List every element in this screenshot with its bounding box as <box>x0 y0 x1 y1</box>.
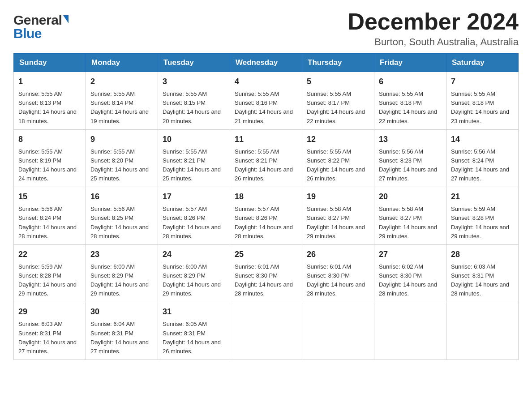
calendar-day-cell: 25Sunrise: 6:01 AMSunset: 8:30 PMDayligh… <box>230 244 302 302</box>
day-number: 3 <box>163 76 225 88</box>
calendar-table: SundayMondayTuesdayWednesdayThursdayFrid… <box>13 53 519 360</box>
calendar-day-cell: 7Sunrise: 5:55 AMSunset: 8:18 PMDaylight… <box>446 72 519 130</box>
page-header: General Blue December 2024 Burton, South… <box>13 9 519 48</box>
calendar-day-cell <box>374 302 446 360</box>
day-number: 28 <box>451 248 514 261</box>
calendar-day-cell: 2Sunrise: 5:55 AMSunset: 8:14 PMDaylight… <box>86 72 158 130</box>
calendar-day-cell: 19Sunrise: 5:58 AMSunset: 8:27 PMDayligh… <box>302 187 374 245</box>
day-number: 21 <box>451 191 514 203</box>
calendar-day-cell: 24Sunrise: 6:00 AMSunset: 8:29 PMDayligh… <box>158 244 230 302</box>
day-info: Sunrise: 5:55 AMSunset: 8:22 PMDaylight:… <box>307 147 369 184</box>
day-info: Sunrise: 6:03 AMSunset: 8:31 PMDaylight:… <box>18 320 81 356</box>
month-title: December 2024 <box>348 9 519 34</box>
calendar-day-cell: 3Sunrise: 5:55 AMSunset: 8:15 PMDaylight… <box>158 72 230 130</box>
calendar-day-cell: 21Sunrise: 5:59 AMSunset: 8:28 PMDayligh… <box>446 187 519 245</box>
day-info: Sunrise: 5:55 AMSunset: 8:20 PMDaylight:… <box>90 147 153 184</box>
day-info: Sunrise: 5:56 AMSunset: 8:25 PMDaylight:… <box>90 205 153 241</box>
weekday-header-row: SundayMondayTuesdayWednesdayThursdayFrid… <box>14 54 519 72</box>
calendar-day-cell: 22Sunrise: 5:59 AMSunset: 8:28 PMDayligh… <box>14 244 86 302</box>
day-info: Sunrise: 6:03 AMSunset: 8:31 PMDaylight:… <box>451 262 514 299</box>
day-number: 15 <box>18 191 81 203</box>
calendar-day-cell <box>302 302 374 360</box>
day-number: 31 <box>163 306 225 318</box>
calendar-week-row: 8Sunrise: 5:55 AMSunset: 8:19 PMDaylight… <box>14 129 519 187</box>
logo-blue: Blue <box>13 26 42 41</box>
calendar-day-cell: 18Sunrise: 5:57 AMSunset: 8:26 PMDayligh… <box>230 187 302 245</box>
day-number: 7 <box>451 76 514 88</box>
day-number: 19 <box>307 191 369 203</box>
day-info: Sunrise: 5:58 AMSunset: 8:27 PMDaylight:… <box>379 205 442 241</box>
day-info: Sunrise: 6:01 AMSunset: 8:30 PMDaylight:… <box>235 262 297 299</box>
day-number: 4 <box>235 76 297 88</box>
calendar-day-cell: 17Sunrise: 5:57 AMSunset: 8:26 PMDayligh… <box>158 187 230 245</box>
day-number: 9 <box>90 133 153 146</box>
weekday-header-thursday: Thursday <box>302 54 374 72</box>
day-number: 12 <box>307 133 369 146</box>
day-info: Sunrise: 5:56 AMSunset: 8:24 PMDaylight:… <box>451 147 514 184</box>
calendar-day-cell: 8Sunrise: 5:55 AMSunset: 8:19 PMDaylight… <box>14 129 86 187</box>
calendar-day-cell: 29Sunrise: 6:03 AMSunset: 8:31 PMDayligh… <box>14 302 86 360</box>
day-number: 5 <box>307 76 369 88</box>
day-number: 1 <box>18 76 81 88</box>
weekday-header-friday: Friday <box>374 54 446 72</box>
day-info: Sunrise: 5:59 AMSunset: 8:28 PMDaylight:… <box>451 205 514 241</box>
title-area: December 2024 Burton, South Australia, A… <box>348 9 519 48</box>
day-info: Sunrise: 6:02 AMSunset: 8:30 PMDaylight:… <box>379 262 442 299</box>
day-number: 30 <box>90 306 153 318</box>
calendar-day-cell: 27Sunrise: 6:02 AMSunset: 8:30 PMDayligh… <box>374 244 446 302</box>
location-subtitle: Burton, South Australia, Australia <box>348 36 519 48</box>
weekday-header-saturday: Saturday <box>446 54 519 72</box>
day-info: Sunrise: 5:55 AMSunset: 8:21 PMDaylight:… <box>163 147 225 184</box>
day-number: 25 <box>235 248 297 261</box>
day-number: 11 <box>235 133 297 146</box>
day-number: 14 <box>451 133 514 146</box>
weekday-header-wednesday: Wednesday <box>230 54 302 72</box>
day-number: 18 <box>235 191 297 203</box>
calendar-day-cell: 11Sunrise: 5:55 AMSunset: 8:21 PMDayligh… <box>230 129 302 187</box>
day-number: 16 <box>90 191 153 203</box>
calendar-week-row: 1Sunrise: 5:55 AMSunset: 8:13 PMDaylight… <box>14 72 519 130</box>
day-info: Sunrise: 5:56 AMSunset: 8:24 PMDaylight:… <box>18 205 81 241</box>
day-info: Sunrise: 5:55 AMSunset: 8:21 PMDaylight:… <box>235 147 297 184</box>
day-info: Sunrise: 5:55 AMSunset: 8:18 PMDaylight:… <box>379 90 442 126</box>
day-number: 22 <box>18 248 81 261</box>
day-info: Sunrise: 5:55 AMSunset: 8:14 PMDaylight:… <box>90 90 153 126</box>
calendar-week-row: 15Sunrise: 5:56 AMSunset: 8:24 PMDayligh… <box>14 187 519 245</box>
logo-arrow-icon <box>63 15 69 23</box>
day-info: Sunrise: 6:00 AMSunset: 8:29 PMDaylight:… <box>163 262 225 299</box>
day-info: Sunrise: 5:57 AMSunset: 8:26 PMDaylight:… <box>235 205 297 241</box>
calendar-day-cell: 30Sunrise: 6:04 AMSunset: 8:31 PMDayligh… <box>86 302 158 360</box>
calendar-day-cell <box>446 302 519 360</box>
day-number: 13 <box>379 133 442 146</box>
calendar-day-cell: 20Sunrise: 5:58 AMSunset: 8:27 PMDayligh… <box>374 187 446 245</box>
day-info: Sunrise: 5:55 AMSunset: 8:17 PMDaylight:… <box>307 90 369 126</box>
calendar-week-row: 29Sunrise: 6:03 AMSunset: 8:31 PMDayligh… <box>14 302 519 360</box>
calendar-day-cell: 14Sunrise: 5:56 AMSunset: 8:24 PMDayligh… <box>446 129 519 187</box>
day-info: Sunrise: 6:00 AMSunset: 8:29 PMDaylight:… <box>90 262 153 299</box>
calendar-day-cell: 9Sunrise: 5:55 AMSunset: 8:20 PMDaylight… <box>86 129 158 187</box>
day-info: Sunrise: 5:55 AMSunset: 8:19 PMDaylight:… <box>18 147 81 184</box>
calendar-day-cell: 16Sunrise: 5:56 AMSunset: 8:25 PMDayligh… <box>86 187 158 245</box>
day-info: Sunrise: 5:55 AMSunset: 8:16 PMDaylight:… <box>235 90 297 126</box>
calendar-week-row: 22Sunrise: 5:59 AMSunset: 8:28 PMDayligh… <box>14 244 519 302</box>
day-number: 29 <box>18 306 81 318</box>
day-number: 6 <box>379 76 442 88</box>
logo-area: General Blue <box>13 9 69 41</box>
day-number: 20 <box>379 191 442 203</box>
day-info: Sunrise: 5:59 AMSunset: 8:28 PMDaylight:… <box>18 262 81 299</box>
day-info: Sunrise: 6:01 AMSunset: 8:30 PMDaylight:… <box>307 262 369 299</box>
weekday-header-monday: Monday <box>86 54 158 72</box>
day-info: Sunrise: 6:04 AMSunset: 8:31 PMDaylight:… <box>90 320 153 356</box>
logo-general: General <box>13 13 62 28</box>
day-info: Sunrise: 5:57 AMSunset: 8:26 PMDaylight:… <box>163 205 225 241</box>
calendar-day-cell: 31Sunrise: 6:05 AMSunset: 8:31 PMDayligh… <box>158 302 230 360</box>
calendar-day-cell <box>230 302 302 360</box>
weekday-header-sunday: Sunday <box>14 54 86 72</box>
day-number: 23 <box>90 248 153 261</box>
calendar-day-cell: 23Sunrise: 6:00 AMSunset: 8:29 PMDayligh… <box>86 244 158 302</box>
day-number: 24 <box>163 248 225 261</box>
calendar-day-cell: 13Sunrise: 5:56 AMSunset: 8:23 PMDayligh… <box>374 129 446 187</box>
weekday-header-tuesday: Tuesday <box>158 54 230 72</box>
day-info: Sunrise: 5:55 AMSunset: 8:13 PMDaylight:… <box>18 90 81 126</box>
day-info: Sunrise: 5:56 AMSunset: 8:23 PMDaylight:… <box>379 147 442 184</box>
